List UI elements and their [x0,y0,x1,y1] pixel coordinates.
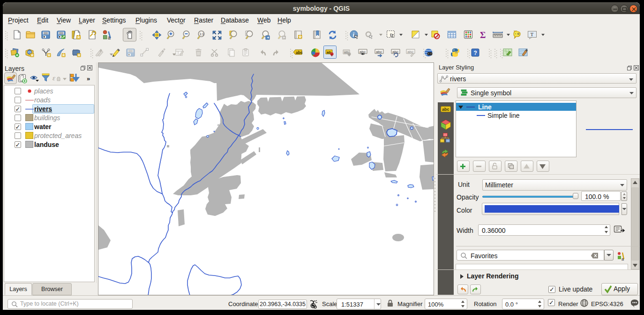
svg-text:ε: ε [52,74,55,82]
svg-text:T: T [531,31,534,37]
svg-text:abc: abc [376,50,382,54]
svg-text:abc: abc [442,107,449,112]
svg-text:Σ: Σ [480,30,486,40]
svg-text:?: ? [474,50,477,56]
svg-text:abc: abc [296,50,303,55]
svg-text:a: a [108,35,111,40]
svg-text:a: a [622,257,624,261]
svg-text:1:1: 1:1 [200,32,204,36]
svg-text:»: » [87,75,90,82]
svg-text:abc: abc [407,50,413,54]
